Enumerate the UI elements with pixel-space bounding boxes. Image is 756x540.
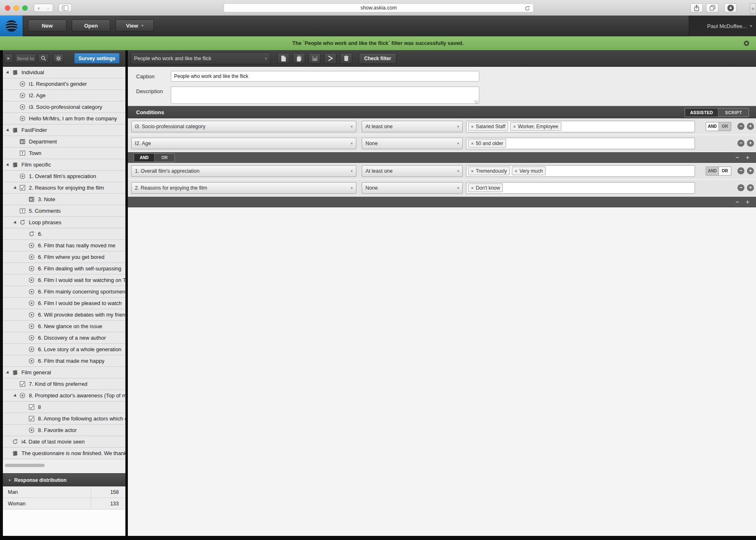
tab-assisted[interactable]: ASSISTED xyxy=(685,108,718,117)
tree-item[interactable]: i4. Date of last movie seen xyxy=(3,436,125,448)
tree-expander-icon[interactable] xyxy=(14,221,19,224)
tree-item[interactable]: 7. Kind of films preferred xyxy=(3,378,125,390)
caption-input[interactable] xyxy=(171,71,479,82)
browser-sidebar-toggle-button[interactable] xyxy=(59,4,72,12)
add-group-button[interactable]: + xyxy=(746,197,749,207)
operator-select[interactable]: None▾ xyxy=(362,182,463,194)
delete-filter-button[interactable] xyxy=(340,53,352,64)
remove-condition-button[interactable]: − xyxy=(737,123,744,130)
tree-item[interactable]: Individual xyxy=(3,67,125,78)
remove-tag-icon[interactable]: × xyxy=(515,169,517,174)
tab-script[interactable]: SCRIPT xyxy=(718,108,749,117)
tree-item[interactable]: 8. Favorite actor xyxy=(3,425,125,436)
and-or-segment-and[interactable]: AND xyxy=(706,167,718,175)
tree-expander-icon[interactable] xyxy=(6,163,12,167)
tree-expander-icon[interactable] xyxy=(6,371,12,374)
and-or-segment-or[interactable]: OR xyxy=(718,167,731,175)
remove-group-button[interactable]: − xyxy=(735,197,739,207)
refresh-icon[interactable] xyxy=(525,5,530,13)
value-tag[interactable]: ×Salaried Staff xyxy=(468,122,508,131)
question-select[interactable]: i3. Socio-professional category▾ xyxy=(131,121,356,132)
user-menu[interactable]: Paul McDuffee... ▾ xyxy=(689,16,756,36)
browser-tabs-button[interactable] xyxy=(706,3,718,12)
add-condition-button[interactable]: + xyxy=(747,140,754,147)
browser-back-button[interactable]: ‹ xyxy=(34,4,44,12)
new-filter-button[interactable] xyxy=(277,53,290,64)
banner-close-icon[interactable] xyxy=(744,40,749,48)
distribution-row[interactable]: Woman133 xyxy=(3,498,125,509)
question-select[interactable]: 2. Reasons for enjoying the film▾ xyxy=(131,182,356,194)
operator-select[interactable]: At least one▾ xyxy=(362,165,463,177)
tree-item[interactable]: 6. Film I would wait for watching on TV xyxy=(3,275,125,286)
remove-condition-button[interactable]: − xyxy=(737,167,744,174)
open-button[interactable]: Open xyxy=(72,20,110,31)
tree-item[interactable]: i3. Socio-professional category xyxy=(3,101,125,113)
tree-item[interactable]: 9Department xyxy=(3,136,125,148)
tree-item[interactable]: i1. Respondant's gender xyxy=(3,78,125,90)
tree-item[interactable]: 6. New glance on the issue xyxy=(3,321,125,332)
and-or-segment-and[interactable]: AND xyxy=(706,122,718,131)
tree-item[interactable]: 6. Discovery of a new author xyxy=(3,332,125,344)
remove-condition-button[interactable]: − xyxy=(737,184,744,191)
window-zoom-button[interactable] xyxy=(22,5,28,11)
remove-condition-button[interactable]: − xyxy=(737,140,744,147)
distribution-row[interactable]: Man158 xyxy=(3,486,125,498)
horizontal-scrollbar[interactable] xyxy=(5,464,45,467)
survey-settings-button[interactable]: Survey settings xyxy=(74,53,120,63)
tree-item[interactable]: I2. Age xyxy=(3,90,125,101)
value-tag[interactable]: ×Don't know xyxy=(468,183,503,192)
question-select[interactable]: 1. Overall film's appreciation▾ xyxy=(131,165,356,177)
save-filter-button[interactable] xyxy=(309,53,321,64)
condition-values-field[interactable]: ×Don't know xyxy=(466,182,695,194)
remove-group-button[interactable]: − xyxy=(735,153,739,162)
tree-item[interactable]: The questionnaire is now finished. We th… xyxy=(3,448,125,459)
description-input[interactable] xyxy=(171,87,479,104)
tree-expander-icon[interactable] xyxy=(6,71,12,74)
condition-values-field[interactable]: ×Tremendously×Very much xyxy=(466,165,695,177)
check-filter-button[interactable]: Check filter xyxy=(359,53,396,64)
add-condition-button[interactable]: + xyxy=(747,123,754,130)
filter-select[interactable]: People who work and like the flick ▾ xyxy=(130,53,271,64)
new-button[interactable]: New xyxy=(28,20,66,31)
response-distribution-header[interactable]: ▾ Response distribution xyxy=(3,473,125,486)
tree-item[interactable]: 8. Prompted actor's awareness (Top of mi… xyxy=(3,390,125,401)
browser-downloads-button[interactable] xyxy=(724,3,737,12)
search-button[interactable] xyxy=(38,54,49,63)
tree-expander-icon[interactable] xyxy=(6,129,12,132)
tree-item[interactable]: 6. Film dealing with self-surpassing xyxy=(3,263,125,275)
value-tag[interactable]: ×50 and older xyxy=(468,139,506,148)
askia-logo[interactable] xyxy=(0,16,23,36)
tree-item[interactable]: Film general xyxy=(3,367,125,378)
add-condition-button[interactable]: + xyxy=(747,184,754,191)
tree-item[interactable]: 6. Film mainly concerning sportsmen xyxy=(3,286,125,298)
value-tag[interactable]: ×Tremendously xyxy=(468,167,510,175)
and-or-segment-or[interactable]: OR xyxy=(718,122,731,131)
tree-item[interactable]: TTown xyxy=(3,148,125,159)
remove-tag-icon[interactable]: × xyxy=(471,141,473,146)
tree-item[interactable]: Film specific xyxy=(3,159,125,171)
browser-forward-button[interactable]: › xyxy=(43,4,53,12)
tree-item[interactable]: 6. Will provoke debates with my friends xyxy=(3,309,125,321)
remove-tag-icon[interactable]: × xyxy=(471,185,473,190)
tree-item[interactable]: 2. Reasons for enjoying the film xyxy=(3,182,125,194)
send-to-button[interactable]: Send to xyxy=(15,54,36,63)
address-bar[interactable]: show.askia.com xyxy=(224,3,534,12)
tree-item[interactable]: Loop phrases xyxy=(3,217,125,228)
resize-grip-icon[interactable] xyxy=(475,101,478,104)
group-segment-and[interactable]: AND xyxy=(134,154,154,162)
tree-item[interactable]: 1. Overall film's appreciation xyxy=(3,171,125,182)
sidebar-expand-button[interactable]: ▶ xyxy=(4,54,13,63)
tree-item[interactable]: 6. Film that made me happy xyxy=(3,355,125,367)
tree-expander-icon[interactable] xyxy=(14,186,19,190)
add-group-button[interactable]: + xyxy=(746,153,749,162)
tree-item[interactable]: 6. xyxy=(3,228,125,240)
view-button[interactable]: View ▾ xyxy=(115,20,154,31)
group-segment-or[interactable]: OR xyxy=(154,154,174,162)
browser-share-button[interactable] xyxy=(690,3,703,12)
apply-filter-button[interactable] xyxy=(324,53,337,64)
tree-item[interactable]: Hello Mr/Mrs, I am from the company xyxy=(3,113,125,124)
remove-tag-icon[interactable]: × xyxy=(471,169,473,174)
tree-item[interactable]: 8. Among the following actors which one xyxy=(3,413,125,425)
and-or-toggle[interactable]: ANDOR xyxy=(706,167,731,176)
browser-newtab-button[interactable]: + xyxy=(750,3,756,14)
